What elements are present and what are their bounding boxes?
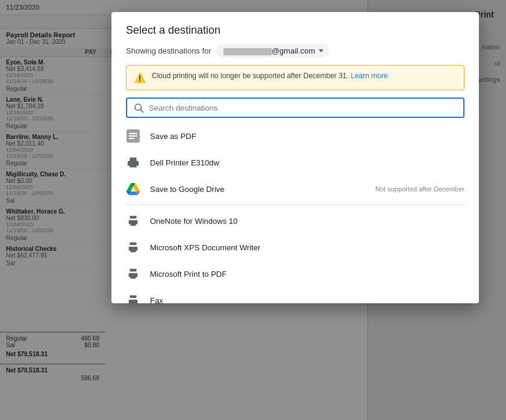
dialog-title: Select a destination [111,12,479,44]
dest-name-onenote: OneNote for Windows 10 [150,217,464,226]
destination-item-dell-printer[interactable]: Dell Printer E310dw [111,149,479,176]
destination-item-onenote[interactable]: OneNote for Windows 10 [111,208,479,234]
dest-note-gdrive: Not supported after December [375,185,464,193]
dest-name-fax: Fax [150,296,464,304]
dest-name-ms-pdf: Microsoft Print to PDF [150,270,464,279]
email-display: @gmail.com [223,46,315,55]
dest-name-gdrive: Save to Google Drive [150,185,366,194]
svg-line-1 [140,110,143,112]
chevron-down-icon [319,49,323,52]
printer-icon [126,155,140,170]
printer-icon-ms-pdf [126,267,140,281]
svg-rect-3 [129,133,137,134]
warning-text: Cloud printing will no longer be support… [152,72,349,80]
google-drive-icon [126,182,140,196]
destination-item-ms-pdf[interactable]: Microsoft Print to PDF [111,261,479,287]
printer-icon-xps [126,240,140,255]
learn-more-link[interactable]: Learn more [351,72,387,80]
search-input[interactable] [149,103,457,113]
destination-list: Save as PDF Dell Printer E310dw [111,123,479,303]
dest-list-divider [126,205,464,205]
select-destination-dialog: Select a destination Showing destination… [111,12,479,303]
svg-rect-5 [129,138,134,139]
dest-name-pdf: Save as PDF [150,132,464,141]
warning-icon: ⚠️ [134,72,146,84]
pdf-icon [126,129,140,143]
destination-item-fax[interactable]: Fax [111,287,479,303]
showing-label: Showing destinations for [126,46,211,55]
svg-rect-4 [129,135,137,137]
email-selector[interactable]: @gmail.com [216,44,330,58]
destination-item-google-drive[interactable]: Save to Google Drive Not supported after… [111,176,479,202]
search-container [126,97,464,118]
printer-icon-fax [126,293,140,303]
showing-destinations-row: Showing destinations for @gmail.com [111,44,479,65]
printer-icon-onenote [126,214,140,228]
destination-item-ms-xps[interactable]: Microsoft XPS Document Writer [111,234,479,261]
dest-name-dell: Dell Printer E310dw [150,158,464,167]
destination-item-save-as-pdf[interactable]: Save as PDF [111,123,479,149]
search-icon [133,102,144,113]
warning-banner: ⚠️ Cloud printing will no longer be supp… [126,65,464,90]
dest-name-xps: Microsoft XPS Document Writer [150,243,464,252]
